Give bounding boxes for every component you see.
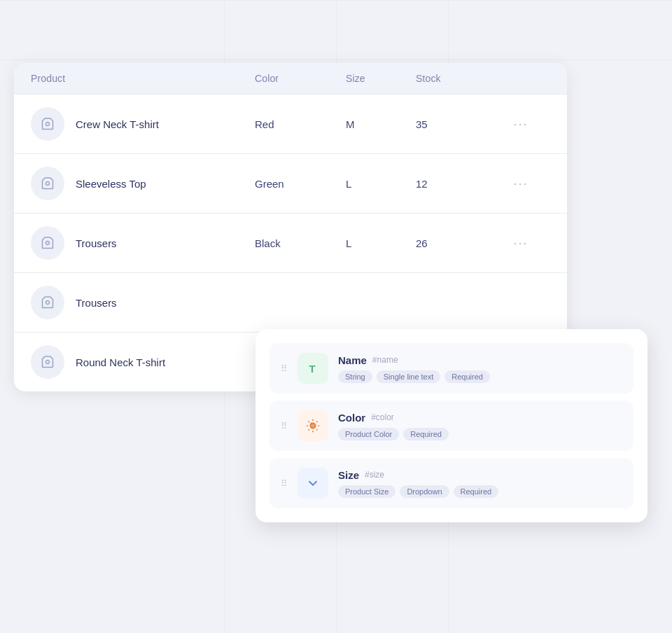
field-info-color: Color #color Product Color Required [338,412,622,440]
field-tags: Product Color Required [338,428,622,440]
product-cell: Trousers [31,226,255,260]
drag-handle-icon[interactable]: ⠿ [281,363,288,374]
field-name: Size [338,469,359,481]
field-key: #name [372,355,398,365]
color-value: Black [255,237,346,249]
product-name: Sleeveless Top [76,178,146,190]
tag: Product Size [338,485,396,498]
product-icon [31,345,64,379]
tag: Single line text [377,370,441,383]
field-name: Color [338,412,365,424]
product-name: Trousers [76,237,117,249]
field-key: #size [365,470,384,480]
col-stock: Stock [416,73,500,84]
product-icon [31,226,64,260]
schema-card: ⠿ T Name #name String Single line text R… [255,329,648,522]
drag-handle-icon[interactable]: ⠿ [281,421,288,431]
table-row: Crew Neck T-shirt Red M 35 ··· [14,95,567,154]
schema-field-color: ⠿ Color #color Product Color Required [270,401,634,451]
stock-value: 26 [416,237,500,249]
color-value: Green [255,178,346,190]
product-cell: Trousers [31,286,255,319]
field-info-name: Name #name String Single line text Requi… [338,354,622,383]
table-header: Product Color Size Stock [14,63,567,95]
field-icon-name: T [298,353,328,384]
more-button[interactable]: ··· [500,236,542,251]
drag-handle-icon[interactable]: ⠿ [281,478,288,489]
product-name: Round Neck T-shirt [76,356,165,368]
size-value: M [346,118,416,130]
product-name: Crew Neck T-shirt [76,118,159,130]
field-tags: Product Size Dropdown Required [338,485,622,498]
table-row: Trousers Black L 26 ··· [14,214,567,273]
tag: Required [444,370,490,383]
tag: Product Color [338,428,399,440]
product-icon [31,107,64,141]
field-title-row: Name #name [338,354,622,366]
size-value: L [346,237,416,249]
field-icon-color [298,410,328,441]
col-actions [500,73,542,84]
table-row: Trousers [14,273,567,333]
field-icon-size [298,468,328,499]
field-tags: String Single line text Required [338,370,622,383]
product-name: Trousers [76,297,117,309]
product-cell: Crew Neck T-shirt [31,107,255,141]
more-button[interactable]: ··· [500,117,542,132]
product-icon [31,167,64,200]
schema-field-size: ⠿ Size #size Product Size Dropdown Requi… [270,458,634,508]
field-name: Name [338,354,367,366]
field-key: #color [371,412,394,422]
product-icon [31,286,64,319]
field-title-row: Size #size [338,469,622,481]
col-product: Product [31,73,255,84]
tag: String [338,370,372,383]
more-button[interactable]: ··· [500,176,542,191]
product-cell: Sleeveless Top [31,167,255,200]
product-cell: Round Neck T-shirt [31,345,255,379]
svg-text:T: T [309,363,316,375]
col-size: Size [346,73,416,84]
table-row: Sleeveless Top Green L 12 ··· [14,154,567,214]
col-color: Color [255,73,346,84]
tag: Dropdown [400,485,449,498]
stock-value: 12 [416,178,500,190]
color-value: Red [255,118,346,130]
field-title-row: Color #color [338,412,622,424]
tag: Required [454,485,499,498]
size-value: L [346,178,416,190]
field-info-size: Size #size Product Size Dropdown Require… [338,469,622,498]
stock-value: 35 [416,118,500,130]
schema-field-name: ⠿ T Name #name String Single line text R… [270,343,634,394]
tag: Required [403,428,449,440]
